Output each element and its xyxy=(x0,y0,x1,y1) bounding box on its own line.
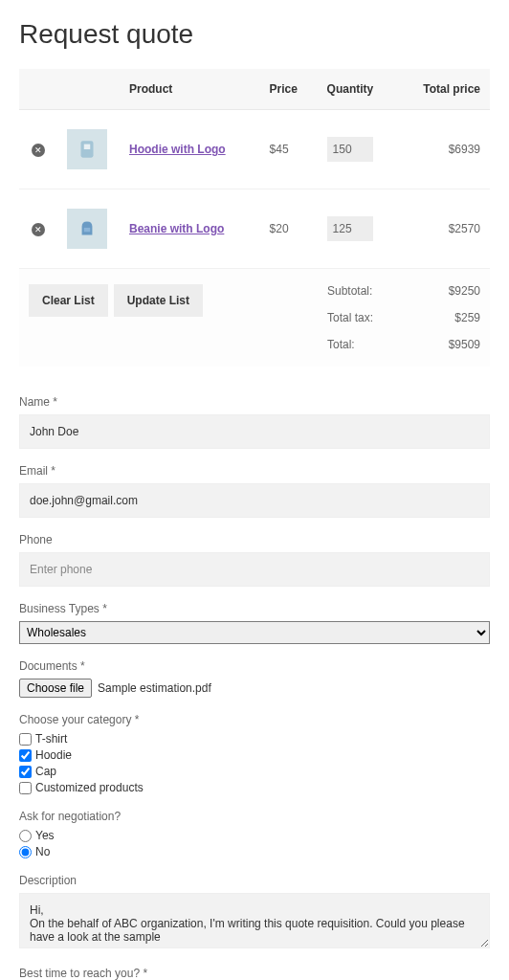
category-checkbox[interactable] xyxy=(19,733,32,746)
product-link[interactable]: Hoodie with Logo xyxy=(129,143,226,156)
name-label: Name * xyxy=(19,395,490,409)
close-icon: ✕ xyxy=(34,225,42,234)
product-thumbnail xyxy=(67,129,107,169)
table-footer: Clear List Update List Subtotal:$9250 To… xyxy=(19,269,490,367)
total-cell: $6939 xyxy=(397,110,490,189)
business-select[interactable]: Wholesales xyxy=(19,621,490,644)
subtotal-label: Subtotal: xyxy=(327,284,372,298)
svg-rect-2 xyxy=(84,228,91,232)
table-row: ✕ Hoodie with Logo $45 $6939 xyxy=(19,110,490,189)
negotiation-option-label: Yes xyxy=(35,829,55,842)
file-name: Sample estimation.pdf xyxy=(98,681,211,695)
documents-label: Documents * xyxy=(19,659,490,673)
category-option[interactable]: Customized products xyxy=(19,781,490,794)
price-cell: $45 xyxy=(260,110,318,189)
clear-list-button[interactable]: Clear List xyxy=(29,284,108,317)
tax-label: Total tax: xyxy=(327,311,373,324)
negotiation-option-label: No xyxy=(35,845,50,858)
col-product: Product xyxy=(120,69,260,110)
negotiation-radio[interactable] xyxy=(19,830,32,842)
name-field[interactable] xyxy=(19,414,490,449)
remove-button[interactable]: ✕ xyxy=(32,223,45,236)
table-row: ✕ Beanie with Logo $20 $2570 xyxy=(19,189,490,269)
negotiation-option[interactable]: Yes xyxy=(19,829,490,842)
business-label: Business Types * xyxy=(19,602,490,615)
choose-file-button[interactable]: Choose file xyxy=(19,679,92,698)
category-label: Choose your category * xyxy=(19,713,490,726)
category-option-label: Customized products xyxy=(35,781,144,794)
col-price: Price xyxy=(260,69,318,110)
category-checkbox[interactable] xyxy=(19,749,32,762)
update-list-button[interactable]: Update List xyxy=(114,284,203,317)
form-section: Name * Email * Phone Business Types * Wh… xyxy=(19,395,490,980)
subtotal-value: $9250 xyxy=(449,284,480,298)
category-checkbox[interactable] xyxy=(19,766,32,778)
phone-field[interactable] xyxy=(19,552,490,587)
category-checkbox[interactable] xyxy=(19,782,32,794)
category-option-label: Cap xyxy=(35,765,56,778)
negotiation-label: Ask for negotiation? xyxy=(19,810,490,823)
category-option[interactable]: T-shirt xyxy=(19,732,490,746)
email-field[interactable] xyxy=(19,483,490,518)
col-quantity: Quantity xyxy=(318,69,397,110)
product-thumbnail xyxy=(67,209,107,249)
tax-value: $259 xyxy=(454,311,480,324)
quote-table: Product Price Quantity Total price ✕ Hoo… xyxy=(19,69,490,269)
description-textarea[interactable] xyxy=(19,893,490,948)
total-label: Total: xyxy=(327,338,355,351)
negotiation-radio[interactable] xyxy=(19,846,32,858)
svg-rect-1 xyxy=(84,145,91,149)
email-label: Email * xyxy=(19,464,490,478)
phone-label: Phone xyxy=(19,533,490,546)
time-label: Best time to reach you? * xyxy=(19,967,490,980)
category-option[interactable]: Hoodie xyxy=(19,748,490,762)
total-cell: $2570 xyxy=(397,189,490,269)
quantity-input[interactable] xyxy=(327,216,373,241)
product-link[interactable]: Beanie with Logo xyxy=(129,222,224,235)
negotiation-option[interactable]: No xyxy=(19,845,490,858)
page-title: Request quote xyxy=(19,19,490,50)
col-total: Total price xyxy=(397,69,490,110)
quantity-input[interactable] xyxy=(327,137,373,162)
remove-button[interactable]: ✕ xyxy=(32,144,45,157)
close-icon: ✕ xyxy=(34,145,42,155)
price-cell: $20 xyxy=(260,189,318,269)
category-option[interactable]: Cap xyxy=(19,765,490,778)
category-option-label: T-shirt xyxy=(35,732,67,746)
total-value: $9509 xyxy=(449,338,480,351)
category-option-label: Hoodie xyxy=(35,748,72,762)
description-label: Description xyxy=(19,874,490,887)
